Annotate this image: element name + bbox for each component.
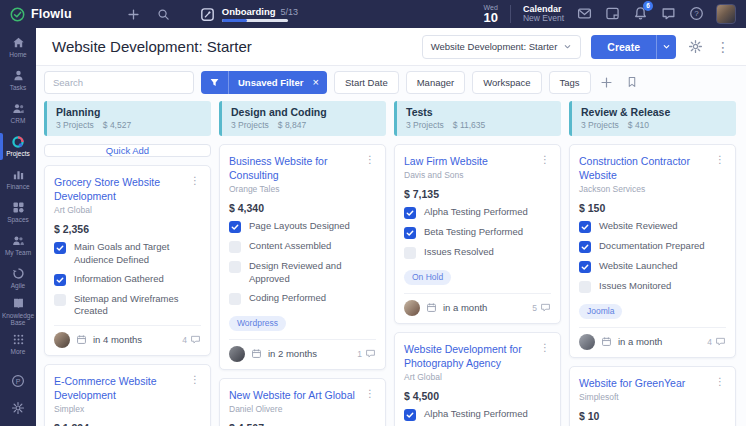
user-avatar[interactable] — [716, 4, 736, 24]
checkbox[interactable] — [229, 221, 241, 233]
onboarding-widget[interactable]: Onboarding 5/13 — [200, 6, 298, 22]
create-button[interactable]: Create — [591, 35, 656, 59]
project-title-link[interactable]: New Website for Art Global — [229, 388, 360, 402]
sidebar-item-more[interactable]: More — [0, 328, 36, 361]
assignee-avatar[interactable] — [404, 300, 420, 316]
sidebar-item-spaces[interactable]: Spaces — [0, 196, 36, 229]
checklist-item[interactable]: Design Reviewed and Approved — [229, 260, 376, 285]
project-card[interactable]: New Website for Art Global ⋮ Daniel Oliv… — [219, 378, 386, 426]
board-settings-gear-icon[interactable] — [686, 38, 704, 56]
settings-icon[interactable] — [10, 400, 26, 416]
checklist-item[interactable]: Information Gathered — [54, 273, 201, 286]
sidebar-item-home[interactable]: Home — [0, 31, 36, 64]
comments-count[interactable]: 5 — [532, 302, 551, 313]
project-card[interactable]: E-Commerce Website Development ⋮ Simplex… — [44, 364, 211, 426]
comments-count[interactable]: 1 — [357, 348, 376, 359]
checkbox[interactable] — [54, 294, 66, 306]
project-tag[interactable]: On Hold — [404, 270, 451, 285]
search-input[interactable] — [44, 71, 194, 94]
project-card[interactable]: Construction Contractor Website ⋮ Jackso… — [569, 144, 736, 358]
filter-button-workspace[interactable]: Workspace — [472, 71, 541, 94]
add-filter-icon[interactable] — [598, 73, 616, 91]
create-dropdown-button[interactable] — [656, 35, 676, 59]
checklist-item[interactable]: Coding Performed — [229, 292, 376, 305]
sidebar-item-knowledge-base[interactable]: Knowledge Base — [0, 295, 36, 328]
project-title-link[interactable]: Website for GreenYear — [579, 376, 710, 390]
checkbox[interactable] — [579, 261, 591, 273]
project-card[interactable]: Website Development for Photography Agen… — [394, 332, 561, 426]
sidebar-item-projects[interactable]: Projects — [0, 130, 36, 163]
checkbox[interactable] — [404, 207, 416, 219]
project-card[interactable]: Website for GreenYear ⋮ Simplesoft $ 10 … — [569, 366, 736, 426]
checklist-item[interactable]: Issues Monitored — [579, 280, 726, 293]
mail-icon[interactable] — [576, 6, 592, 22]
checklist-item[interactable]: Documentation Prepared — [579, 240, 726, 253]
assignee-avatar[interactable] — [54, 332, 70, 348]
card-menu-kebab-icon[interactable]: ⋮ — [714, 376, 726, 388]
checkbox[interactable] — [229, 293, 241, 305]
checkbox[interactable] — [404, 247, 416, 259]
checklist-item[interactable]: Sitemap and Wireframes Created — [54, 293, 201, 318]
checkbox[interactable] — [579, 241, 591, 253]
checklist-item[interactable]: Beta Testing Performed — [404, 226, 551, 239]
search-icon[interactable] — [156, 6, 172, 22]
project-card[interactable]: Law Firm Website ⋮ Davis and Sons $ 7,13… — [394, 144, 561, 324]
filter-button-tags[interactable]: Tags — [549, 71, 591, 94]
bookmark-icon[interactable] — [623, 73, 641, 91]
checklist-item[interactable]: Website Launched — [579, 260, 726, 273]
calendar-shortcut[interactable]: Calendar New Event — [523, 4, 564, 24]
checkbox[interactable] — [404, 409, 416, 421]
card-menu-kebab-icon[interactable]: ⋮ — [364, 154, 376, 166]
checkbox[interactable] — [229, 261, 241, 273]
quick-add-button[interactable]: Quick Add — [44, 144, 211, 157]
assignee-avatar[interactable] — [579, 334, 595, 350]
card-menu-kebab-icon[interactable]: ⋮ — [539, 154, 551, 166]
project-title-link[interactable]: Website Development for Photography Agen… — [404, 342, 535, 370]
sidebar-item-finance[interactable]: Finance — [0, 163, 36, 196]
chat-icon[interactable] — [660, 6, 676, 22]
sidebar-item-my-team[interactable]: My Team — [0, 229, 36, 262]
checkbox[interactable] — [54, 242, 66, 254]
card-menu-kebab-icon[interactable]: ⋮ — [189, 175, 201, 187]
checklist-item[interactable]: Issues Resolved — [404, 246, 551, 259]
checklist-item[interactable]: Page Layouts Designed — [229, 220, 376, 233]
project-tag[interactable]: Joomla — [579, 304, 622, 319]
checkbox[interactable] — [229, 241, 241, 253]
project-title-link[interactable]: E-Commerce Website Development — [54, 374, 185, 402]
project-card[interactable]: Business Website for Consulting ⋮ Orange… — [219, 144, 386, 370]
comments-count[interactable]: 4 — [182, 334, 201, 345]
project-title-link[interactable]: Construction Contractor Website — [579, 154, 710, 182]
sidebar-item-tasks[interactable]: Tasks — [0, 64, 36, 97]
card-menu-kebab-icon[interactable]: ⋮ — [364, 388, 376, 400]
help-icon[interactable]: ? — [688, 6, 704, 22]
assignee-avatar[interactable] — [229, 346, 245, 362]
project-title-link[interactable]: Grocery Store Website Development — [54, 175, 185, 203]
flowlu-logo[interactable]: Flowlu — [10, 7, 72, 22]
checkbox[interactable] — [54, 274, 66, 286]
checkbox[interactable] — [579, 221, 591, 233]
checklist-item[interactable]: Website Reviewed — [579, 220, 726, 233]
board-selector-dropdown[interactable]: Website Development: Starter — [422, 35, 582, 59]
sidebar-item-agile[interactable]: Agile — [0, 262, 36, 295]
card-menu-kebab-icon[interactable]: ⋮ — [714, 154, 726, 166]
checklist-item[interactable]: Content Assembled — [229, 240, 376, 253]
more-options-kebab-icon[interactable]: ⋮ — [714, 38, 732, 56]
active-filter-chip[interactable]: Unsaved Filter × — [201, 71, 327, 94]
checklist-item[interactable]: Main Goals and Target Audience Defined — [54, 241, 201, 266]
project-card[interactable]: Grocery Store Website Development ⋮ Art … — [44, 165, 211, 356]
comments-count[interactable]: 4 — [707, 336, 726, 347]
checklist-item[interactable]: Alpha Testing Performed — [404, 408, 551, 421]
clear-filter-icon[interactable]: × — [310, 77, 326, 88]
sidebar-item-crm[interactable]: CRM — [0, 97, 36, 130]
checkbox[interactable] — [579, 281, 591, 293]
p-circle-icon[interactable]: P — [10, 373, 26, 389]
checkbox[interactable] — [404, 227, 416, 239]
card-menu-kebab-icon[interactable]: ⋮ — [189, 374, 201, 386]
card-menu-kebab-icon[interactable]: ⋮ — [539, 342, 551, 354]
filter-button-start-date[interactable]: Start Date — [334, 71, 399, 94]
add-icon[interactable] — [126, 6, 142, 22]
filter-button-manager[interactable]: Manager — [406, 71, 466, 94]
checklist-item[interactable]: Alpha Testing Performed — [404, 206, 551, 219]
project-title-link[interactable]: Business Website for Consulting — [229, 154, 360, 182]
project-title-link[interactable]: Law Firm Website — [404, 154, 535, 168]
